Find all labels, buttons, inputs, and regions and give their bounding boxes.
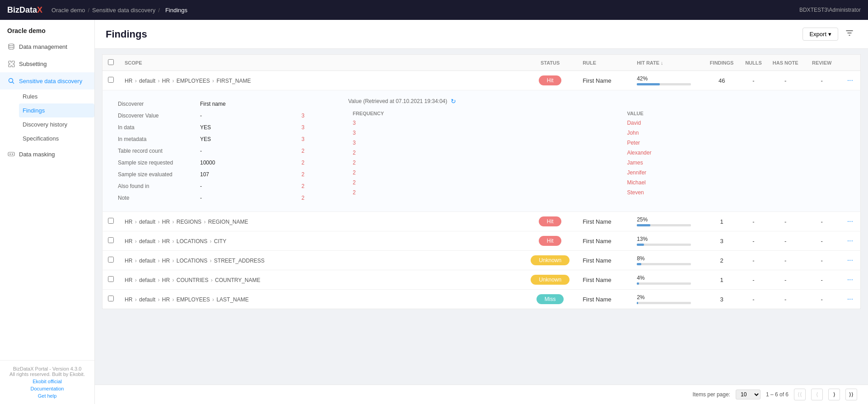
select-all-checkbox[interactable] bbox=[108, 59, 114, 65]
table-area: SCOPE STATUS RULE HIT RATE ↓ FINDINGS NU… bbox=[95, 49, 868, 385]
detail-row-discoverer-value: Discoverer Value - 3 bbox=[114, 110, 329, 121]
detail-freq-in-data: 3 bbox=[298, 122, 329, 133]
col-has-note: HAS NOTE bbox=[767, 55, 804, 71]
hasnote-cell: - bbox=[767, 270, 804, 290]
actions-cell[interactable]: ··· bbox=[840, 290, 861, 309]
value-cell: Alexander bbox=[623, 148, 849, 157]
hit-rate-bar bbox=[637, 83, 659, 85]
review-cell: - bbox=[804, 251, 840, 270]
pagination-first-button[interactable]: ⟨⟨ bbox=[794, 389, 806, 400]
actions-cell[interactable]: ··· bbox=[840, 231, 861, 251]
col-rule: RULE bbox=[577, 55, 631, 71]
nulls-cell: - bbox=[740, 231, 767, 251]
export-button[interactable]: Export ▾ bbox=[803, 28, 838, 41]
col-value: Value bbox=[623, 109, 849, 117]
detail-value-sample-size-requested: 10000 bbox=[196, 157, 297, 168]
value-cell: Michael bbox=[623, 178, 849, 187]
actions-cell[interactable]: ··· bbox=[840, 71, 861, 90]
review-cell: - bbox=[804, 212, 840, 231]
row-checkbox[interactable] bbox=[108, 257, 114, 263]
table-row: HR › default › HR › COUNTRIES › COUNTRY_… bbox=[103, 270, 861, 290]
sidebar-item-subsetting[interactable]: Subsetting bbox=[0, 55, 94, 72]
detail-freq-discoverer-value: 3 bbox=[298, 110, 329, 121]
actions-cell[interactable]: ··· bbox=[840, 251, 861, 270]
scope-cell: HR › default › HR › COUNTRIES › COUNTRY_… bbox=[119, 270, 523, 290]
sidebar-item-sensitive-discovery[interactable]: Sensitive data discovery bbox=[0, 72, 94, 89]
col-select-all[interactable] bbox=[103, 55, 120, 71]
more-button[interactable]: ··· bbox=[845, 217, 855, 225]
get-help-link[interactable]: Get help bbox=[7, 393, 87, 399]
per-page-select[interactable]: 10 25 50 100 bbox=[736, 390, 761, 399]
review-cell: - bbox=[804, 71, 840, 90]
breadcrumb-sensitive-discovery[interactable]: Sensitive data discovery bbox=[92, 7, 155, 14]
detail-row-table-record-count: Table record count - 2 bbox=[114, 146, 329, 156]
row-checkbox-cell[interactable] bbox=[103, 290, 120, 309]
row-checkbox[interactable] bbox=[108, 218, 114, 224]
more-button[interactable]: ··· bbox=[845, 237, 855, 245]
hit-rate-pct: 8% bbox=[637, 255, 698, 262]
row-checkbox-cell[interactable] bbox=[103, 71, 120, 90]
col-actions bbox=[840, 55, 861, 71]
header-actions: Export ▾ bbox=[803, 27, 857, 41]
svg-line-2 bbox=[13, 82, 14, 84]
detail-value-discoverer: First name bbox=[196, 99, 297, 109]
col-status: STATUS bbox=[523, 55, 577, 71]
more-button[interactable]: ··· bbox=[845, 276, 855, 284]
export-label: Export bbox=[809, 31, 826, 38]
more-button[interactable]: ··· bbox=[845, 295, 855, 303]
review-cell: - bbox=[804, 231, 840, 251]
row-checkbox-cell[interactable] bbox=[103, 212, 120, 231]
pagination-next-button[interactable]: ⟩ bbox=[828, 389, 840, 400]
detail-row-note: Note - 2 bbox=[114, 193, 329, 203]
table-row: HR › default › HR › EMPLOYEES › FIRST_NA… bbox=[103, 71, 861, 90]
breadcrumb-oracle-demo[interactable]: Oracle demo bbox=[51, 7, 85, 14]
expanded-details: Discoverer First name Discoverer Value -… bbox=[113, 98, 330, 204]
actions-cell[interactable]: ··· bbox=[840, 270, 861, 290]
sidebar-item-data-masking[interactable]: Data masking bbox=[0, 146, 94, 163]
sidebar-subitem-rules[interactable]: Rules bbox=[19, 89, 94, 103]
freq-cell: 2 bbox=[349, 188, 622, 197]
row-checkbox[interactable] bbox=[108, 296, 114, 301]
col-hit-rate[interactable]: HIT RATE ↓ bbox=[631, 55, 704, 71]
table-row: HR › default › HR › LOCATIONS › STREET_A… bbox=[103, 251, 861, 270]
detail-label-table-record-count: Table record count bbox=[114, 146, 196, 156]
scope-path: HR › default › HR › COUNTRIES › COUNTRY_… bbox=[125, 277, 261, 283]
status-badge: Hit bbox=[539, 75, 562, 85]
sidebar: Oracle demo Data management Subsetting S… bbox=[0, 20, 95, 404]
breadcrumb: Oracle demo / Sensitive data discovery /… bbox=[51, 7, 799, 14]
value-row: 3John bbox=[349, 128, 849, 137]
freq-cell: 2 bbox=[349, 148, 622, 157]
ekobit-link[interactable]: Ekobit official bbox=[7, 379, 87, 384]
pagination-prev-button[interactable]: ⟨ bbox=[811, 389, 823, 400]
documentation-link[interactable]: Documentation bbox=[7, 386, 87, 391]
row-checkbox[interactable] bbox=[108, 77, 114, 83]
more-button[interactable]: ··· bbox=[845, 256, 855, 264]
row-checkbox-cell[interactable] bbox=[103, 251, 120, 270]
row-checkbox-cell[interactable] bbox=[103, 231, 120, 251]
detail-value-table-record-count: - bbox=[196, 146, 297, 156]
detail-label-note: Note bbox=[114, 193, 196, 203]
findings-cell: 1 bbox=[704, 270, 740, 290]
status-cell: Hit bbox=[523, 212, 577, 231]
more-button[interactable]: ··· bbox=[845, 76, 855, 85]
refresh-icon[interactable]: ↻ bbox=[451, 98, 456, 105]
row-checkbox[interactable] bbox=[108, 237, 114, 243]
values-header-label: Value (Retrieved at 07.10.2021 19:34:04) bbox=[348, 98, 447, 104]
row-checkbox[interactable] bbox=[108, 276, 114, 282]
sidebar-subitem-discovery-history[interactable]: Discovery history bbox=[19, 117, 94, 132]
expanded-content: Discoverer First name Discoverer Value -… bbox=[103, 90, 860, 211]
filter-button[interactable] bbox=[842, 27, 857, 41]
hasnote-cell: - bbox=[767, 231, 804, 251]
svg-point-4 bbox=[9, 154, 11, 155]
actions-cell[interactable]: ··· bbox=[840, 212, 861, 231]
sidebar-item-data-management[interactable]: Data management bbox=[0, 38, 94, 55]
rule-cell: First Name bbox=[577, 231, 631, 251]
pagination-last-button[interactable]: ⟩⟩ bbox=[845, 389, 857, 400]
status-cell: Unknown bbox=[523, 251, 577, 270]
sidebar-subitem-specifications[interactable]: Specifications bbox=[19, 132, 94, 146]
sidebar-subitem-findings[interactable]: Findings bbox=[19, 103, 94, 117]
row-checkbox-cell[interactable] bbox=[103, 270, 120, 290]
sidebar-item-sensitive-discovery-label: Sensitive data discovery bbox=[19, 78, 82, 85]
table-row: HR › default › HR › REGIONS › REGION_NAM… bbox=[103, 212, 861, 231]
hit-rate-cell: 25% bbox=[631, 212, 704, 231]
